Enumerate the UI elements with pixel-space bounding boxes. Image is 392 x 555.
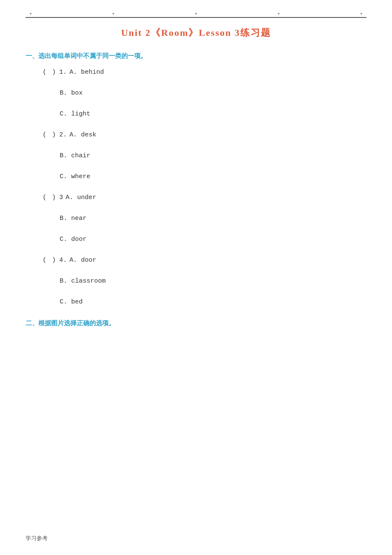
q1-option-a: A. behind (69, 69, 104, 76)
q2-option-b: B. chair (60, 152, 366, 159)
q1-bracket: ( ) (43, 69, 57, 76)
question-4-line: ( ) 4. A. door (43, 257, 366, 264)
q1-number: 1. (59, 69, 67, 76)
question-2-block: ( ) 2. A. desk B. chair C. where (26, 131, 366, 180)
page-title: Unit 2《Room》Lesson 3练习题 (26, 26, 366, 39)
q1-option-c: C. light (60, 110, 366, 118)
q1-option-b: B. box (60, 90, 366, 97)
dot-3 (195, 13, 197, 14)
q3-option-c: C. door (60, 236, 366, 243)
q3-option-a: A. under (66, 194, 96, 201)
q2-number: 2. (59, 131, 67, 139)
q4-option-c: C. bed (60, 298, 366, 306)
section1-title: 一、选出每组单词中不属于同一类的一项。 (26, 52, 366, 60)
question-3-line: ( ) 3 A. under (43, 194, 366, 201)
question-4-block: ( ) 4. A. door B. classroom C. bed (26, 257, 366, 306)
q3-number: 3 (59, 194, 63, 201)
q3-bracket: ( ) (43, 194, 57, 201)
page-container: Unit 2《Room》Lesson 3练习题 一、选出每组单词中不属于同一类的… (0, 0, 392, 555)
question-2-line: ( ) 2. A. desk (43, 131, 366, 139)
q2-option-a: A. desk (69, 131, 96, 139)
q4-option-a: A. door (69, 257, 96, 264)
top-dots-line (26, 13, 366, 14)
dot-5 (360, 13, 362, 14)
dot-1 (30, 13, 32, 14)
question-1-block: ( ) 1. A. behind B. box C. light (26, 69, 366, 118)
q2-option-c: C. where (60, 173, 366, 180)
question-3-block: ( ) 3 A. under B. near C. door (26, 194, 366, 243)
question-1-line: ( ) 1. A. behind (43, 69, 366, 76)
q2-bracket: ( ) (43, 131, 57, 139)
dot-2 (112, 13, 114, 14)
q4-number: 4. (59, 257, 67, 264)
bottom-label: 学习参考 (26, 535, 48, 542)
q3-option-b: B. near (60, 215, 366, 222)
section2-title: 二、根据图片选择正确的选项。 (26, 319, 366, 327)
q4-option-b: B. classroom (60, 278, 366, 285)
dot-4 (278, 13, 280, 14)
top-rule (26, 17, 366, 18)
q4-bracket: ( ) (43, 257, 57, 264)
